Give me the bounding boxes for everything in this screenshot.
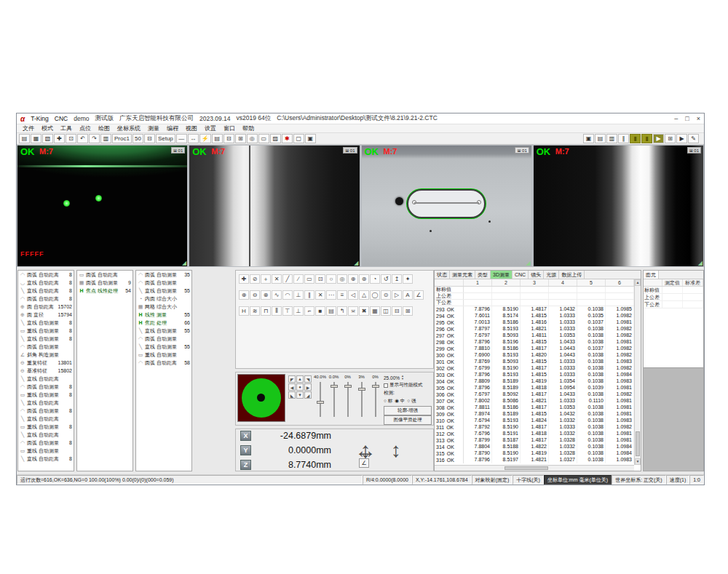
toolbar-button-icon[interactable]: ▢ — [293, 134, 304, 143]
table-tab[interactable]: 3D测量 — [491, 271, 513, 279]
light-slider[interactable]: 0% — [370, 375, 381, 417]
menu-item[interactable]: 点位 — [76, 124, 95, 132]
light-segment-button-icon[interactable]: ▼ — [296, 391, 304, 399]
light-slider-thumb[interactable] — [344, 385, 352, 388]
toolbar-button-icon[interactable]: ✱ — [282, 134, 293, 143]
geometry-tool-icon[interactable]: ◫ — [381, 306, 391, 316]
light-segment-button-icon[interactable]: ▲ — [296, 375, 304, 383]
toolbar-button-icon[interactable]: ▧ — [42, 134, 53, 143]
column-number[interactable]: 6 — [606, 279, 634, 286]
geometry-tool-icon[interactable]: ⊞ — [403, 306, 413, 316]
result-row[interactable]: 313OK 7.8799 8.5187 1.4817 1.0328 0.1038… — [435, 437, 634, 444]
summary-row[interactable]: 下公差 — [644, 301, 703, 308]
detect-radio[interactable]: ○ 标 — [384, 398, 392, 404]
menu-item[interactable]: 设置 — [201, 124, 220, 132]
light-segment-button-icon[interactable]: ▶ — [304, 383, 312, 391]
resize-grip-icon[interactable]: ◢ — [354, 260, 358, 266]
maximize-icon[interactable]: □ — [685, 115, 689, 122]
camera-view-4[interactable]: OK M:7 ⊞ 01 ◢ — [534, 146, 703, 266]
camera-view-1[interactable]: OK M:7 ⊞ 01 FFFFF ◢ — [17, 146, 187, 266]
table-tab[interactable]: 测量元素 — [450, 271, 475, 279]
measurement-list-item[interactable]: ◔ 内圆 综合大小 — [136, 295, 191, 303]
result-row[interactable]: 298OK 7.8796 8.5196 1.4815 1.0433 0.1038… — [435, 339, 634, 346]
result-row[interactable]: 307OK 7.8002 8.5086 1.4821 1.0333 0.1110… — [435, 398, 634, 404]
light-slider-thumb[interactable] — [358, 388, 365, 391]
geometry-tool-icon[interactable]: ⊥ — [293, 290, 304, 300]
measurement-list-item[interactable]: ◠ 圆弧 自动测量 8 — [18, 407, 74, 415]
toolbar-button-icon[interactable]: ▤ — [212, 134, 223, 143]
camera-corner-controls[interactable]: ⊞ 01 — [343, 147, 357, 154]
camera-view-2[interactable]: OK M:7 ⊞ 01 ◢ — [189, 146, 359, 266]
table-tab[interactable]: 镜头 — [529, 271, 544, 279]
light-slider[interactable]: 0.0% — [328, 375, 339, 417]
geometry-tool-icon[interactable]: ∕ — [293, 274, 304, 284]
light-segment-button-icon[interactable]: ◤ — [288, 375, 296, 383]
toolbar-button-icon[interactable]: ▨ — [270, 134, 281, 143]
measurement-list-item[interactable]: ╲ 直线 自动距离 8 — [18, 287, 74, 295]
light-slider-track[interactable] — [361, 382, 363, 417]
measurement-list-item[interactable]: ▭ 重线 自动测量 8 — [18, 327, 74, 335]
measurement-list-item[interactable]: ╲ 直线 自动测量 8 — [18, 335, 74, 343]
geometry-tool-icon[interactable]: ⊤ — [282, 306, 293, 316]
geometry-tool-icon[interactable]: ◁ — [348, 290, 358, 300]
toolbar-button-icon[interactable]: ▣ — [305, 134, 316, 143]
menu-item[interactable]: 模式 — [38, 124, 57, 132]
menu-item[interactable]: 文件 — [19, 124, 38, 132]
light-segment-button-icon[interactable]: ◣ — [288, 391, 296, 399]
measurement-list-item[interactable]: ╲ 直线 自动距离 — [18, 375, 74, 383]
menu-item[interactable]: 工具 — [57, 124, 76, 132]
tolerance-row[interactable]: 下公差 — [435, 300, 641, 306]
toolbar-button-icon[interactable]: ⊞ — [235, 134, 246, 143]
result-row[interactable]: 305OK 7.8796 8.5189 1.4818 1.0954 0.1039… — [435, 385, 634, 391]
performance-mode-checkbox[interactable]: 显示与性能模式 — [384, 382, 432, 388]
measurement-list-item[interactable]: ▭ 重线 自动测量 — [18, 447, 74, 455]
toolbar-button-icon[interactable]: ↶ — [77, 134, 88, 143]
column-number[interactable]: 4 — [549, 279, 577, 286]
toolbar-button-icon[interactable]: ▦ — [31, 134, 41, 143]
image-enhance-button[interactable]: 轮廓-增强 — [384, 406, 432, 415]
light-slider-thumb[interactable] — [372, 385, 379, 388]
measurement-list-item[interactable]: H 焦距 处理 66 — [136, 319, 191, 327]
geometry-tool-icon[interactable]: ▦ — [370, 306, 380, 316]
geometry-tool-icon[interactable]: ∿ — [272, 290, 282, 300]
measurement-list-item[interactable]: ◠ 圆弧 自动距离 58 — [136, 359, 191, 367]
toolbar-button-icon[interactable]: ⊟ — [144, 134, 155, 143]
menu-item[interactable]: 视图 — [182, 124, 201, 132]
light-slider-track[interactable] — [320, 382, 321, 417]
result-row[interactable]: 294OK 7.6011 8.5174 1.4815 1.0333 0.1035… — [435, 313, 634, 319]
measurement-list-item[interactable]: ◠ 圆弧 自动测量 8 — [18, 439, 74, 447]
measurement-list-item[interactable]: ⊖ 重复特征 13801 — [18, 359, 74, 367]
ring-light-preview[interactable] — [237, 374, 285, 422]
table-tab[interactable]: 状态 — [435, 271, 450, 279]
geometry-tool-icon[interactable]: ↺ — [381, 274, 391, 284]
toolbar-button-icon[interactable]: ✎ — [688, 134, 699, 143]
measurement-list-item[interactable]: ◡ 直线 自动距离 8 — [18, 279, 74, 287]
measurement-list-item[interactable]: ▭ 重线 自动测量 8 — [18, 391, 74, 399]
geometry-tool-icon[interactable]: A — [403, 290, 413, 300]
light-slider[interactable]: 3% — [356, 375, 367, 417]
tolerance-row[interactable]: 上公差 — [435, 293, 641, 300]
light-segment-button-icon[interactable]: ◥ — [304, 375, 312, 383]
toolbar-button-icon[interactable]: ◎ — [247, 134, 258, 143]
result-row[interactable]: 316OK 7.8796 8.5197 1.4821 1.0327 0.1038… — [435, 457, 634, 463]
scroll-up-icon[interactable]: ▲ — [635, 279, 641, 286]
vertical-scrollbar[interactable]: ▲ ▼ — [634, 279, 641, 465]
measurement-list-item[interactable]: ◠ 圆弧 自动测量 35 — [136, 271, 191, 279]
toolbar-button-icon[interactable]: Proc1 — [112, 134, 132, 143]
result-row[interactable]: 299OK 7.8810 8.5186 1.4817 1.0443 0.1037… — [435, 346, 634, 352]
resize-grip-icon[interactable]: ◢ — [698, 260, 703, 266]
geometry-tool-icon[interactable]: ↰ — [337, 306, 347, 316]
geometry-tool-icon[interactable]: ✦ — [403, 274, 413, 284]
measurement-list-item[interactable]: ⊖ 基准特征 15802 — [18, 367, 74, 375]
table-tab[interactable]: 光源 — [544, 271, 559, 279]
measurement-list-item[interactable]: ◠ 圆弧 自动测量 — [136, 335, 191, 343]
geometry-tool-icon[interactable]: ⊕ — [348, 274, 358, 284]
geometry-tool-icon[interactable]: ╱ — [282, 274, 293, 284]
toolbar-button-icon[interactable]: ▮ — [630, 134, 641, 143]
checkbox-icon[interactable] — [384, 383, 388, 388]
result-row[interactable]: 314OK 7.8804 8.5188 1.4822 1.0332 0.1038… — [435, 444, 634, 450]
geometry-tool-icon[interactable]: ≍ — [348, 306, 358, 316]
table-tab[interactable]: CNC — [513, 271, 529, 279]
menu-item[interactable]: 绘图 — [95, 124, 114, 132]
light-slider-thumb[interactable] — [331, 385, 338, 388]
